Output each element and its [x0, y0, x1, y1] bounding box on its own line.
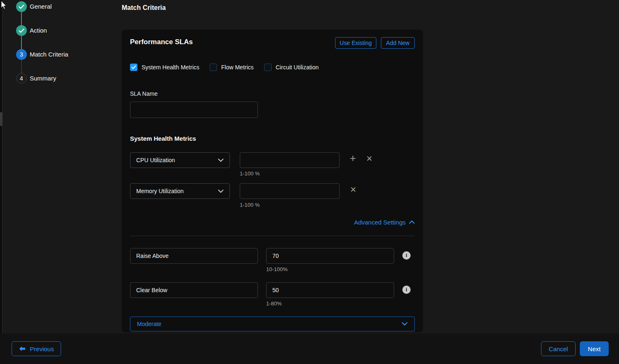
selected-metric: CPU Utilization — [136, 157, 175, 163]
metric-range-hint: 1-100 % — [240, 202, 260, 208]
step-connector — [21, 36, 22, 49]
checkbox-system-health-metrics[interactable]: System Health Metrics — [130, 64, 199, 71]
add-new-button[interactable]: Add New — [381, 37, 415, 49]
raise-above-value-input[interactable] — [266, 248, 394, 264]
sensitivity-value: Moderate — [137, 321, 161, 327]
chevron-down-icon — [402, 322, 408, 326]
selected-metric: Memory Utilization — [136, 188, 184, 194]
metric-select-memory-utilization[interactable]: Memory Utilization — [130, 183, 230, 199]
step-action-label[interactable]: Action — [30, 27, 47, 34]
clear-below-value-input[interactable] — [266, 282, 394, 298]
step-number: 3 — [20, 51, 23, 58]
step-action-circle[interactable] — [16, 25, 27, 36]
checkbox-label: Flow Metrics — [221, 64, 254, 71]
step-connector — [21, 12, 22, 25]
checkbox-label: System Health Metrics — [142, 64, 199, 71]
checkbox-icon[interactable] — [264, 64, 272, 71]
page-title: Match Criteria — [122, 4, 166, 12]
checkbox-label: Circuit Utilization — [276, 64, 319, 71]
threshold-range-hint: 10-100% — [266, 266, 288, 272]
checkbox-flow-metrics[interactable]: Flow Metrics — [210, 64, 254, 71]
info-icon[interactable]: i — [402, 286, 411, 294]
sla-name-input[interactable] — [130, 102, 258, 118]
threshold-label: Raise Above — [136, 253, 169, 259]
metric-select-cpu-utilization[interactable]: CPU Utilization — [130, 152, 230, 168]
metric-value-input-cpu[interactable] — [240, 152, 340, 168]
checkbox-icon[interactable] — [210, 64, 217, 71]
step-match-criteria-label[interactable]: Match Criteria — [30, 51, 68, 58]
step-general-circle[interactable] — [16, 1, 27, 12]
arrow-left-icon — [19, 346, 26, 352]
threshold-range-hint: 1-80% — [266, 300, 282, 307]
next-button[interactable]: Next — [580, 341, 609, 356]
threshold-type-clear-below[interactable]: Clear Below — [130, 282, 258, 298]
system-health-metrics-heading: System Health Metrics — [130, 135, 196, 142]
step-general-label[interactable]: General — [30, 3, 52, 10]
sensitivity-select[interactable]: Moderate — [130, 317, 415, 331]
threshold-label: Clear Below — [136, 287, 167, 293]
x-icon[interactable]: ✕ — [364, 153, 375, 164]
cancel-button[interactable]: Cancel — [541, 341, 576, 356]
advanced-settings-label: Advanced Settings — [354, 219, 406, 226]
step-summary-circle[interactable]: 4 — [16, 73, 27, 84]
advanced-settings-link[interactable]: Advanced Settings — [354, 219, 415, 226]
chevron-down-icon — [218, 189, 224, 193]
chevron-up-icon — [409, 220, 415, 224]
step-summary-label[interactable]: Summary — [30, 75, 56, 82]
mouse-cursor — [1, 1, 7, 11]
metric-range-hint: 1-100 % — [240, 170, 260, 177]
plus-icon[interactable]: + — [347, 153, 358, 163]
performance-slas-panel: Performance SLAs Use Existing Add New Sy… — [122, 30, 423, 332]
checkbox-icon[interactable] — [130, 64, 137, 71]
threshold-type-raise-above[interactable]: Raise Above — [130, 248, 258, 264]
check-icon — [19, 5, 24, 9]
use-existing-button[interactable]: Use Existing — [335, 37, 376, 49]
step-match-criteria-circle[interactable]: 3 — [16, 49, 27, 60]
info-icon[interactable]: i — [402, 251, 411, 260]
check-icon — [19, 28, 24, 33]
chevron-down-icon — [218, 158, 224, 162]
wizard-stepper: General Action 3 Match Criteria 4 Summar… — [0, 0, 116, 165]
panel-title: Performance SLAs — [130, 38, 193, 46]
divider — [130, 236, 415, 236]
x-icon[interactable]: ✕ — [348, 184, 359, 195]
step-number: 4 — [20, 75, 23, 82]
previous-button[interactable]: Previous — [12, 341, 61, 356]
metric-type-checkboxes: System Health Metrics Flow Metrics Circu… — [130, 64, 415, 72]
metric-value-input-memory[interactable] — [240, 183, 340, 199]
sla-name-label: SLA Name — [130, 90, 158, 97]
wizard-footer: Previous Cancel Next — [0, 333, 619, 364]
previous-label: Previous — [30, 345, 54, 352]
step-connector-dashed — [21, 60, 22, 73]
checkbox-circuit-utilization[interactable]: Circuit Utilization — [264, 64, 319, 71]
